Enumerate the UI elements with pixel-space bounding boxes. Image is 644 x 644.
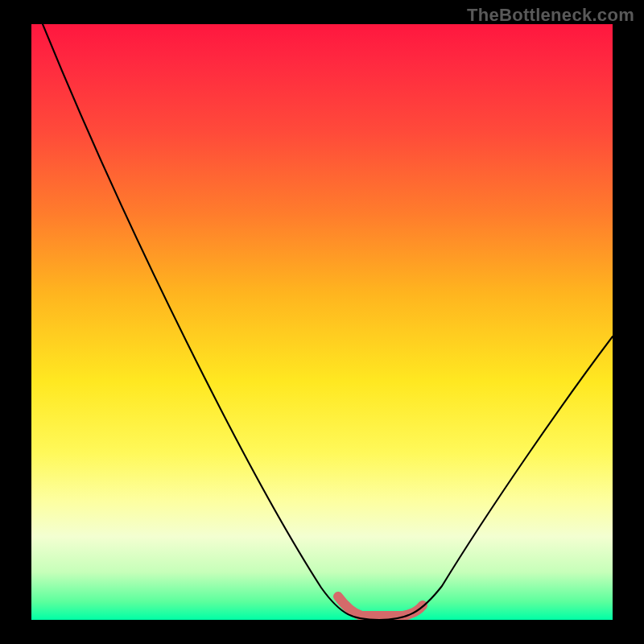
highlight-flat-region	[338, 597, 423, 616]
watermark-text: TheBottleneck.com	[467, 5, 634, 26]
chart-frame: TheBottleneck.com	[0, 0, 644, 644]
plot-area	[31, 24, 613, 620]
curve-layer	[31, 24, 613, 620]
bottleneck-curve	[43, 24, 613, 620]
